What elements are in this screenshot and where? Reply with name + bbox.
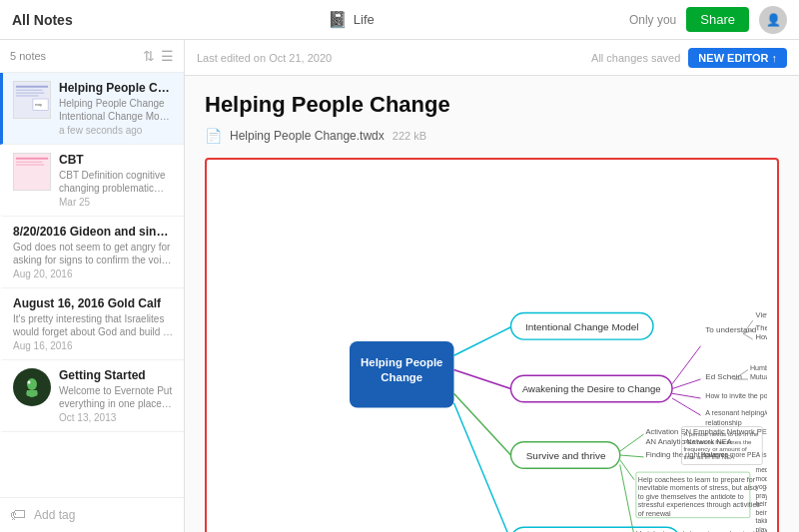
content-toolbar: Last edited on Oct 21, 2020 All changes … bbox=[185, 40, 799, 76]
svg-rect-1 bbox=[16, 86, 48, 88]
svg-text:PEA two to five times the: PEA two to five times the bbox=[683, 438, 752, 445]
main-layout: 5 notes ⇅ ☰ map bbox=[0, 40, 799, 532]
avatar[interactable]: 👤 bbox=[759, 6, 787, 34]
note-info: 8/20/2016 Gideon and sing of the fleece … bbox=[13, 225, 174, 279]
list-item[interactable]: CBT CBT Definition cognitive changing pr… bbox=[0, 145, 184, 217]
top-bar: All Notes 📓 Life Only you Share 👤 bbox=[0, 0, 799, 40]
notebook-icon: 📓 bbox=[328, 10, 348, 29]
file-attachment: 📄 Helping People Change.twdx 222 kB bbox=[205, 128, 779, 144]
svg-text:prayer to a loving God: prayer to a loving God bbox=[756, 492, 767, 500]
svg-text:How they feel: How they feel bbox=[756, 332, 767, 341]
top-bar-left: All Notes bbox=[12, 12, 73, 28]
list-item[interactable]: map Helping People Change Helping People… bbox=[0, 73, 184, 145]
note-list: map Helping People Change Helping People… bbox=[0, 73, 184, 497]
svg-text:How to invite the positive att: How to invite the positive attractor bbox=[705, 392, 767, 400]
sort-icon[interactable]: ☰ bbox=[161, 48, 174, 64]
svg-text:stressful experiences through : stressful experiences through activities bbox=[638, 501, 761, 509]
svg-text:Ed Schein: Ed Schein bbox=[705, 372, 742, 381]
svg-text:to give themselves the antidot: to give themselves the antidote to bbox=[638, 493, 744, 501]
svg-line-28 bbox=[743, 333, 753, 339]
note-excerpt: Helping People Change Intentional Change… bbox=[59, 97, 174, 123]
svg-text:Survive and thrive: Survive and thrive bbox=[526, 450, 606, 461]
svg-line-72 bbox=[620, 465, 634, 533]
svg-text:inevitable moments of stress, : inevitable moments of stress, but also bbox=[638, 484, 757, 492]
notes-count: 5 notes bbox=[10, 50, 46, 62]
list-item[interactable]: August 16, 2016 Gold Calf It's pretty in… bbox=[0, 288, 184, 360]
file-size: 222 kB bbox=[393, 130, 426, 142]
new-editor-button[interactable]: NEW EDITOR ↑ bbox=[688, 48, 787, 68]
svg-text:time as in the NEA: time as in the NEA bbox=[683, 453, 735, 460]
svg-rect-4 bbox=[16, 95, 39, 96]
note-info: August 16, 2016 Gold Calf It's pretty in… bbox=[13, 296, 174, 351]
svg-text:Mutual respect, mutual trust: Mutual respect, mutual trust bbox=[750, 373, 767, 381]
svg-line-44 bbox=[620, 434, 644, 451]
svg-rect-8 bbox=[16, 158, 48, 160]
svg-line-22 bbox=[672, 346, 701, 384]
svg-line-36 bbox=[672, 393, 701, 398]
app-title: All Notes bbox=[12, 12, 73, 28]
svg-text:A person needs to be in the: A person needs to be in the bbox=[683, 430, 759, 437]
file-icon: 📄 bbox=[205, 128, 222, 144]
svg-rect-9 bbox=[16, 162, 43, 163]
svg-line-77 bbox=[454, 403, 511, 532]
note-thumbnail: map bbox=[13, 81, 51, 119]
note-content: Helping People Change 📄 Helping People C… bbox=[185, 76, 799, 532]
note-title: 8/20/2016 Gideon and sing of the fleece bbox=[13, 225, 174, 239]
note-info: Helping People Change Helping People Cha… bbox=[59, 81, 174, 136]
note-main-title: Helping People Change bbox=[205, 92, 779, 118]
note-title: Helping People Change bbox=[59, 81, 174, 95]
sidebar-icons: ⇅ ☰ bbox=[143, 48, 174, 64]
svg-line-38 bbox=[672, 398, 701, 415]
list-item[interactable]: 8/20/2016 Gideon and sing of the fleece … bbox=[0, 217, 184, 288]
svg-rect-2 bbox=[16, 90, 43, 91]
add-tag-label[interactable]: Add tag bbox=[34, 508, 75, 522]
mindmap-svg: Helping People Change Intentional Change… bbox=[217, 170, 767, 532]
note-thumbnail bbox=[13, 368, 51, 406]
note-title: CBT bbox=[59, 153, 174, 167]
svg-rect-3 bbox=[16, 92, 44, 93]
note-excerpt: It's pretty interesting that Israelites … bbox=[13, 312, 174, 338]
tag-icon[interactable]: 🏷 bbox=[10, 506, 26, 524]
note-thumbnail bbox=[13, 153, 51, 191]
note-date: a few seconds ago bbox=[59, 125, 174, 136]
svg-text:Awakening the Desire to Change: Awakening the Desire to Change bbox=[522, 383, 661, 394]
note-date: Oct 13, 2013 bbox=[59, 412, 174, 423]
svg-point-11 bbox=[27, 378, 37, 390]
last-edited: Last edited on Oct 21, 2020 bbox=[197, 52, 332, 64]
svg-line-16 bbox=[454, 327, 511, 356]
content-area: Last edited on Oct 21, 2020 All changes … bbox=[185, 40, 799, 532]
share-button[interactable]: Share bbox=[686, 7, 749, 32]
svg-text:Their situation: Their situation bbox=[756, 323, 767, 332]
svg-text:modest exercise: modest exercise bbox=[756, 475, 767, 482]
breadcrumb-text: Life bbox=[354, 12, 375, 27]
svg-text:Humble inquiry: Humble inquiry bbox=[750, 364, 767, 372]
filter-icon[interactable]: ⇅ bbox=[143, 48, 155, 64]
note-date: Mar 25 bbox=[59, 197, 174, 208]
save-status: All changes saved bbox=[591, 52, 680, 64]
svg-line-19 bbox=[454, 370, 511, 389]
svg-text:A resonant helping/coaching: A resonant helping/coaching bbox=[705, 409, 767, 417]
svg-text:relationship: relationship bbox=[705, 419, 741, 427]
svg-text:Helping People: Helping People bbox=[361, 356, 442, 368]
note-date: Aug 20, 2016 bbox=[13, 268, 174, 279]
svg-line-30 bbox=[672, 379, 701, 389]
mindmap-container: Helping People Change Intentional Change… bbox=[205, 158, 779, 532]
svg-text:Views of the world: Views of the world bbox=[756, 310, 767, 319]
svg-text:meditation: meditation bbox=[756, 466, 767, 473]
svg-text:yoga: yoga bbox=[756, 483, 767, 491]
file-name: Helping People Change.twdx bbox=[230, 129, 385, 143]
svg-text:Intentional Change Model: Intentional Change Model bbox=[525, 321, 639, 332]
sidebar-header: 5 notes ⇅ ☰ bbox=[0, 40, 184, 73]
note-info: Getting Started Welcome to Evernote Put … bbox=[59, 368, 174, 423]
top-bar-center: 📓 Life bbox=[328, 10, 375, 29]
svg-text:being with someone you love: being with someone you love bbox=[756, 509, 767, 517]
list-item[interactable]: Getting Started Welcome to Evernote Put … bbox=[0, 360, 184, 432]
sidebar-footer: 🏷 Add tag bbox=[0, 497, 184, 532]
note-info: CBT CBT Definition cognitive changing pr… bbox=[59, 153, 174, 208]
svg-line-47 bbox=[620, 455, 644, 457]
svg-point-12 bbox=[28, 381, 31, 384]
sharing-status: Only you bbox=[629, 13, 676, 27]
top-bar-right: Only you Share 👤 bbox=[629, 6, 787, 34]
svg-text:Help coachees to learn to prep: Help coachees to learn to prepare for bbox=[638, 476, 756, 484]
sidebar: 5 notes ⇅ ☰ map bbox=[0, 40, 185, 532]
